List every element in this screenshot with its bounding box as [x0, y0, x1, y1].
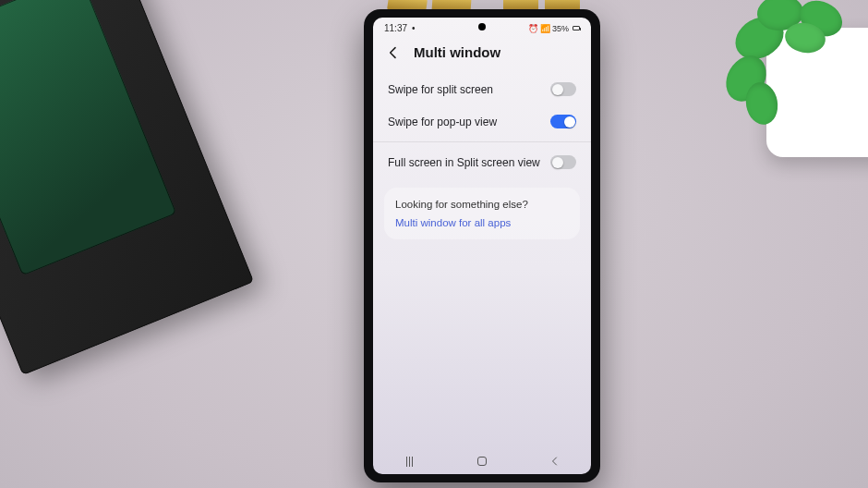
battery-icon	[573, 26, 580, 30]
back-icon[interactable]	[386, 45, 401, 60]
nav-recents-button[interactable]	[403, 455, 416, 468]
toggle-split-screen[interactable]	[550, 82, 576, 96]
recents-icon	[406, 457, 413, 467]
phone-screen: 11:37 • ⏰ 📶 35% Multi window Swipe for s…	[373, 18, 591, 474]
signal-icon: 📶	[540, 24, 550, 33]
alarm-icon: ⏰	[528, 24, 538, 33]
battery-percent: 35%	[552, 24, 569, 33]
system-nav-bar	[373, 448, 591, 474]
plant-pot	[766, 28, 868, 157]
back-nav-icon	[549, 456, 561, 467]
nav-back-button[interactable]	[549, 455, 561, 468]
suggestion-link[interactable]: Multi window for all apps	[395, 217, 569, 228]
toggle-popup-view[interactable]	[550, 115, 576, 128]
front-camera	[478, 23, 486, 30]
page-header: Multi window	[373, 35, 591, 73]
setting-label: Swipe for split screen	[388, 83, 493, 96]
suggestion-card: Looking for something else? Multi window…	[384, 188, 580, 239]
setting-row-full-screen[interactable]: Full screen in Split screen view	[373, 146, 591, 178]
phone-frame: 11:37 • ⏰ 📶 35% Multi window Swipe for s…	[364, 9, 600, 482]
setting-row-popup-view[interactable]: Swipe for pop-up view	[373, 105, 591, 138]
product-box-art	[0, 0, 176, 275]
setting-label: Full screen in Split screen view	[388, 156, 540, 169]
nav-home-button[interactable]	[476, 455, 488, 468]
suggestion-prompt: Looking for something else?	[395, 199, 569, 210]
divider	[373, 141, 591, 142]
setting-row-split-screen[interactable]: Swipe for split screen	[373, 73, 591, 105]
toggle-full-screen[interactable]	[550, 155, 576, 169]
page-title: Multi window	[414, 44, 500, 60]
status-time: 11:37	[384, 23, 407, 33]
notification-dot-icon: •	[412, 23, 416, 33]
setting-label: Swipe for pop-up view	[388, 116, 497, 128]
product-box: Galaxy S24 Ultra	[0, 0, 254, 375]
home-icon	[477, 457, 487, 466]
